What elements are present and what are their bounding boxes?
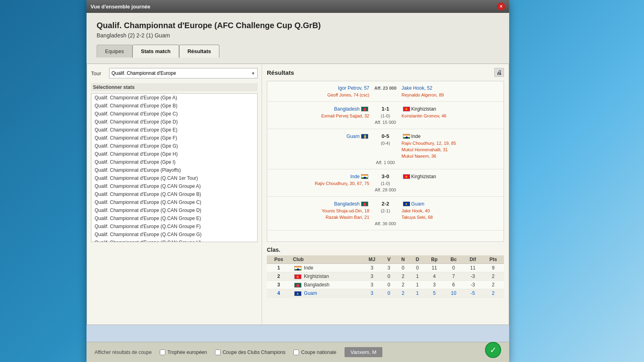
team-name-left[interactable]: Inde [350,174,359,179]
tour-select[interactable]: Qualif. Championnat d'Europe [109,68,258,78]
standings-bp: 5 [425,289,444,298]
stats-list-item[interactable]: Qualif. Championnat d'Europe (Q.CAN Grou… [91,239,257,242]
standings-title: Clas. [267,247,504,253]
stats-list[interactable]: Qualif. Championnat d'Europe (Gpe A)Qual… [91,93,258,242]
scorer-left: Rajiv Choudhury, 30, 67, 75 [271,181,369,186]
scorer-left: Esmail Pervej Sajjad, 32 [271,113,369,118]
team-name-left[interactable]: Guam [347,134,360,139]
standings-dif: -3 [463,281,483,289]
club-name: Kirghizistan [303,274,329,279]
standings-d: 1 [410,272,425,281]
standings-pos: 2 [267,272,291,281]
flag-in [294,266,301,271]
tab-equipes[interactable]: Equipes [97,45,132,58]
standings-pos: 3 [267,281,291,289]
match-block: Bangladesh1-1KirghizistanEsmail Pervej S… [267,102,504,129]
team-name-left[interactable]: Bangladesh [334,106,359,112]
standings-header-bp: Bp [425,255,444,264]
team-left: Guam [271,134,369,139]
standings-v: 0 [382,289,396,298]
standings-dif: -5 [463,289,483,298]
match-scorer-row: (0-4)Rajiv Choudhury, 12, 19, 85 [271,140,500,146]
header-area: Qualif. Championnat d'Europe (AFC Challe… [87,13,509,64]
stats-list-item[interactable]: Qualif. Championnat d'Europe (Q.CAN Grou… [91,182,257,190]
team-right: Kirghizistan [402,106,500,112]
stats-list-item[interactable]: Qualif. Championnat d'Europe (Q.CAN Grou… [91,198,257,206]
team-right: ★Guam [402,201,500,207]
checkbox-nationale[interactable]: Coupe nationale [293,350,336,355]
title-bar: Vue d'ensemble journée × [87,0,509,13]
checkbox-nationale-input[interactable] [293,350,299,355]
tab-stats-match[interactable]: Stats match [132,45,179,58]
close-button[interactable]: × [497,2,505,10]
stats-list-item[interactable]: Qualif. Championnat d'Europe (Gpe G) [91,142,257,150]
standings-header-dif: Dif [463,255,483,264]
team-name-left[interactable]: Bangladesh [334,201,359,207]
standings-club: Bangladesh [291,281,362,289]
ok-button[interactable]: ✓ [485,342,501,358]
flag-eu: ★ [294,291,301,296]
afficher-label: Afficher résultats de coupe [95,350,152,355]
standings-row: 1 Inde3300110119 [267,264,504,272]
checkbox-clubs[interactable]: Coupe des Clubs Champions [215,350,285,355]
standings-header-n: N [396,255,410,264]
standings-v: 0 [382,281,396,289]
standings-mj: 3 [362,264,382,272]
stats-list-item[interactable]: Qualif. Championnat d'Europe (Gpe I) [91,158,257,166]
scorer-right-3: Mukul Naeem, 36 [402,154,500,158]
match-subtitle: Bangladesh (2) 2-2 (1) Guam [97,32,499,39]
checkbox-trophee[interactable]: Trophée européen [160,350,207,355]
stats-list-item[interactable]: Qualif. Championnat d'Europe (Q.CAN Grou… [91,214,257,222]
scorer-left-2: Razak Wasim Bari, 21 [271,215,369,220]
match-row: Bangladesh2-2★Guam [271,200,500,208]
stats-list-item[interactable]: Qualif. Championnat d'Europe (Gpe E) [91,126,257,134]
stats-list-item[interactable]: Qualif. Championnat d'Europe (Gpe F) [91,134,257,142]
stats-list-item[interactable]: Qualif. Championnat d'Europe (Q.CAN Grou… [91,190,257,198]
club-name: Guam [303,290,317,296]
checkbox-clubs-input[interactable] [215,350,221,355]
standings-bc: 7 [444,272,463,281]
standings-dif: -3 [463,272,483,281]
stats-list-item[interactable]: Qualif. Championnat d'Europe (Gpe C) [91,110,257,118]
standings-header-club: Club [291,255,362,264]
standings-bp: 3 [425,281,444,289]
team-right[interactable]: Jake Hook, 52 [402,85,500,91]
team-name-right[interactable]: Guam [411,201,425,207]
stats-list-item[interactable]: Qualif. Championnat d'Europe (Q.CAN Grou… [91,206,257,214]
standings-header-v: V [382,255,396,264]
results-scroll-area[interactable]: Igor Petrov, 57Aff. 23 000Jake Hook, 52G… [267,81,504,242]
tabs-bar: Equipes Stats match Résultats [97,45,499,58]
club-name: Inde [303,265,314,271]
stats-list-item[interactable]: Qualif. Championnat d'Europe (Gpe B) [91,102,257,110]
match-aff: Aff. 15 000 [271,119,500,125]
standings-pts: 2 [483,281,504,289]
scorer-right-2: Mukul Honnenahalli, 31 [402,147,500,152]
club-name: Bangladesh [303,282,330,288]
stats-list-item[interactable]: Qualif. Championnat d'Europe (Q.CAN Grou… [91,230,257,239]
team-name-right: Kirghizistan [411,174,436,179]
stats-list-item[interactable]: Qualif. Championnat d'Europe (Gpe H) [91,150,257,158]
match-title: Qualif. Championnat d'Europe (AFC Challe… [97,21,499,30]
stats-section-label: Sélectionner stats [91,83,258,91]
match-row: Igor Petrov, 57Aff. 23 000Jake Hook, 52 [271,84,500,92]
stats-list-item[interactable]: Qualif. Championnat d'Europe (Q.CAN Grou… [91,222,257,230]
stats-list-item[interactable]: Qualif. Championnat d'Europe (Q.CAN 1er … [91,174,257,182]
team-left[interactable]: Igor Petrov, 57 [271,85,369,91]
match-scorer-row-3: Mukul Naeem, 36 [271,153,500,159]
scorer-right: Reynaldo Algeron, 89 [402,93,500,97]
print-button[interactable]: 🖨 [494,68,504,77]
team-left: Inde [271,174,369,179]
tab-resultats[interactable]: Résultats [179,45,220,58]
match-score: 3-0 [369,173,402,179]
stats-list-item[interactable]: Qualif. Championnat d'Europe (Gpe A) [91,94,257,102]
standings-row: 4★ Guam3021510-52 [267,289,504,298]
stats-list-item[interactable]: Qualif. Championnat d'Europe (Gpe D) [91,118,257,126]
standings-bc: 0 [444,264,463,272]
stats-list-item[interactable]: Qualif. Championnat d'Europe (Playoffs) [91,166,257,174]
team-right: Inde [402,134,500,139]
standings-d: 1 [410,289,425,298]
standings-section: Clas. PosClubMJVNDBpBcDifPts1 Inde330011… [267,247,504,298]
checkbox-trophee-input[interactable] [160,350,165,355]
match-aff: Aff. 1 000 [271,159,500,166]
window-title: Vue d'ensemble journée [91,4,151,10]
